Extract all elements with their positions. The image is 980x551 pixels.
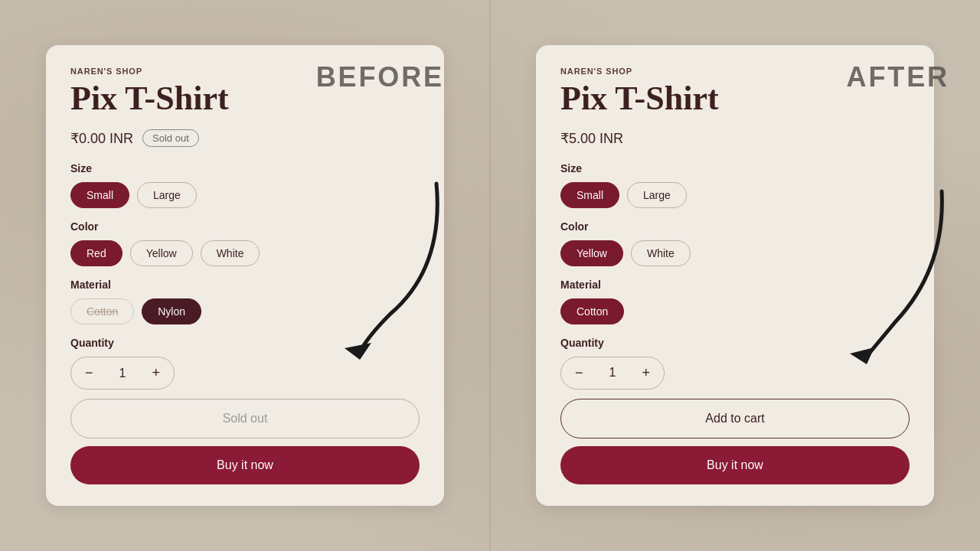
after-size-small[interactable]: Small	[560, 182, 619, 208]
before-size-label: Size	[70, 162, 420, 174]
after-color-white[interactable]: White	[631, 240, 691, 266]
after-qty-increase[interactable]: +	[628, 357, 664, 389]
after-qty-decrease[interactable]: −	[561, 357, 597, 389]
before-qty-value: 1	[107, 359, 139, 388]
after-add-to-cart-button[interactable]: Add to cart	[560, 399, 910, 439]
before-buy-now-button[interactable]: Buy it now	[70, 446, 420, 484]
panels-container: NAREN'S SHOP Pix T-Shirt ₹0.00 INR Sold …	[0, 0, 980, 551]
before-size-small[interactable]: Small	[70, 182, 129, 208]
after-product-title: Pix T-Shirt	[560, 80, 910, 117]
before-material-cotton: Cotton	[70, 298, 134, 324]
after-material-cotton[interactable]: Cotton	[560, 298, 624, 324]
before-material-label: Material	[70, 279, 420, 291]
before-quantity-row: − 1 +	[70, 357, 175, 390]
before-product-title: Pix T-Shirt	[70, 80, 420, 117]
before-qty-decrease[interactable]: −	[71, 357, 107, 389]
after-card: NAREN'S SHOP Pix T-Shirt ₹5.00 INR Size …	[536, 45, 934, 505]
before-material-options: Cotton Nylon	[70, 298, 420, 324]
before-shop-name: NAREN'S SHOP	[70, 67, 420, 76]
before-panel: NAREN'S SHOP Pix T-Shirt ₹0.00 INR Sold …	[0, 0, 490, 551]
before-color-label: Color	[70, 220, 420, 233]
after-size-large[interactable]: Large	[627, 182, 687, 208]
after-buy-now-button[interactable]: Buy it now	[560, 446, 910, 484]
before-quantity-label: Quantity	[70, 337, 420, 349]
after-quantity-label: Quantity	[560, 337, 910, 349]
after-material-label: Material	[560, 279, 910, 291]
before-price: ₹0.00 INR	[70, 130, 133, 147]
after-panel: NAREN'S SHOP Pix T-Shirt ₹5.00 INR Size …	[490, 0, 980, 551]
before-sold-out-badge: Sold out	[142, 129, 199, 147]
before-material-nylon[interactable]: Nylon	[142, 298, 201, 324]
before-sold-out-button: Sold out	[70, 399, 420, 439]
before-color-options: Red Yellow White	[70, 240, 420, 266]
after-shop-name: NAREN'S SHOP	[560, 67, 910, 76]
before-color-yellow[interactable]: Yellow	[130, 240, 193, 266]
after-material-options: Cotton	[560, 298, 910, 324]
before-size-large[interactable]: Large	[137, 182, 197, 208]
after-color-yellow[interactable]: Yellow	[560, 240, 623, 266]
before-card: NAREN'S SHOP Pix T-Shirt ₹0.00 INR Sold …	[46, 45, 444, 506]
after-price: ₹5.00 INR	[560, 130, 623, 147]
before-color-red[interactable]: Red	[70, 240, 122, 266]
after-price-row: ₹5.00 INR	[560, 130, 910, 147]
before-qty-increase[interactable]: +	[138, 357, 174, 389]
after-size-options: Small Large	[560, 182, 910, 208]
after-color-label: Color	[560, 220, 910, 233]
before-price-row: ₹0.00 INR Sold out	[70, 129, 420, 147]
after-qty-value: 1	[597, 358, 629, 387]
before-size-options: Small Large	[70, 182, 420, 208]
after-color-options: Yellow White	[560, 240, 910, 266]
before-color-white[interactable]: White	[201, 240, 260, 266]
after-quantity-row: − 1 +	[560, 357, 665, 390]
after-size-label: Size	[560, 162, 910, 174]
